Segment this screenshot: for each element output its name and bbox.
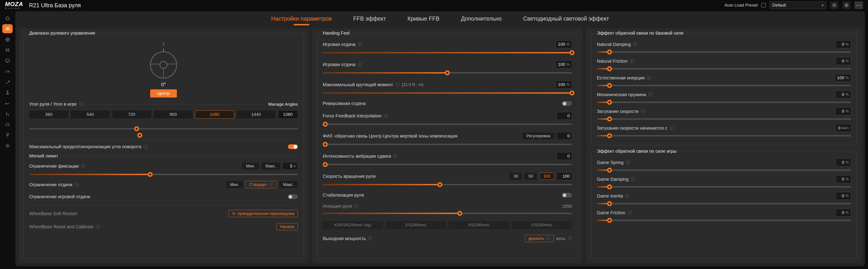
angle-button-900[interactable]: 900 xyxy=(154,111,193,119)
tab-parameter-settings[interactable]: Настройки параметров xyxy=(271,16,332,25)
tab-ffb-curves[interactable]: Кривые FFB xyxy=(407,16,439,25)
sidebar-item-dashboard[interactable] xyxy=(2,67,13,76)
adjust-button[interactable]: Регулировка xyxy=(522,132,554,140)
mechanical-spring-value[interactable]: 0% xyxy=(836,91,851,98)
game-damping-value[interactable]: 0% xyxy=(836,175,851,183)
slider-thumb[interactable] xyxy=(607,184,612,189)
slider-thumb[interactable] xyxy=(457,211,463,216)
sidebar-item-cloud[interactable] xyxy=(2,120,13,129)
deadzone-compensation-slider[interactable] xyxy=(323,144,572,145)
sidebar-item-steering-wheel[interactable] xyxy=(2,35,13,44)
game-friction-value[interactable]: 0% xyxy=(836,209,851,216)
natural-friction-slider[interactable] xyxy=(597,68,851,69)
manage-angles-button[interactable]: Manage Angles xyxy=(268,102,298,107)
info-icon[interactable] xyxy=(393,154,397,158)
slider-thumb[interactable] xyxy=(445,70,450,76)
feedback-min-button[interactable]: Мин. xyxy=(226,181,243,188)
slider-thumb[interactable] xyxy=(607,100,612,105)
slider-track[interactable] xyxy=(29,128,298,129)
inertia-preset-button-1[interactable]: KS/FSR(260mm·1kg) xyxy=(323,221,383,229)
slider-thumb[interactable] xyxy=(323,142,328,147)
game-spring-value[interactable]: 0% xyxy=(836,158,851,166)
info-icon[interactable] xyxy=(641,109,645,113)
game-force-value[interactable]: 100% xyxy=(556,40,572,48)
save-button[interactable] xyxy=(830,1,839,9)
slider-thumb[interactable] xyxy=(569,90,575,96)
angle-button-360[interactable]: 360 xyxy=(29,111,68,119)
angle-range-slider[interactable] xyxy=(29,125,298,139)
game-inertia-slider[interactable] xyxy=(597,203,851,204)
fixation-limit-slider[interactable] xyxy=(29,174,298,175)
speed-damping-slider[interactable] xyxy=(597,118,851,120)
tab-ffb-effect[interactable]: FFB эффект xyxy=(353,16,386,25)
slider-thumb[interactable] xyxy=(607,50,612,55)
speed-damping-value[interactable]: 0% xyxy=(836,108,851,115)
sidebar-item-pedals[interactable] xyxy=(2,46,13,55)
angle-button-540[interactable]: 540 xyxy=(70,111,110,119)
inertia-preset-button-4[interactable]: GS(300mm) xyxy=(512,221,572,229)
game-inertia-value[interactable]: 0% xyxy=(836,192,851,200)
angle-value-box[interactable]: 1080 xyxy=(278,111,298,119)
natural-friction-value[interactable]: 0% xyxy=(836,57,851,65)
slider-thumb[interactable] xyxy=(607,168,612,173)
sidebar-item-shifter[interactable] xyxy=(2,88,13,97)
angle-button-1440[interactable]: 1440 xyxy=(237,111,276,119)
slider-thumb[interactable] xyxy=(607,218,612,223)
slider-thumb[interactable] xyxy=(323,162,328,167)
game-feedback-limit-toggle[interactable] xyxy=(288,195,298,199)
sidebar-item-wheelbase[interactable] xyxy=(2,24,13,33)
inertia-preset-button-3[interactable]: RS(330mm) xyxy=(449,221,509,229)
deadzone-compensation-value[interactable]: 0 xyxy=(557,132,572,140)
slider-thumb[interactable] xyxy=(607,201,612,206)
tab-led-effect[interactable]: Светодиодный световой эффект xyxy=(523,16,609,25)
sidebar-item-settings[interactable] xyxy=(2,141,13,150)
info-icon[interactable] xyxy=(144,145,148,149)
game-damping-slider[interactable] xyxy=(597,186,851,187)
slider-thumb[interactable] xyxy=(607,117,612,122)
info-icon[interactable] xyxy=(628,211,632,215)
natural-inertia-slider[interactable] xyxy=(597,85,851,86)
reset-calibrate-button[interactable]: Начало xyxy=(276,223,298,230)
slider-thumb[interactable] xyxy=(148,172,153,177)
game-friction-slider[interactable] xyxy=(597,220,851,221)
info-icon[interactable] xyxy=(384,114,388,118)
inertia-preset-button-2[interactable]: ES(260mm) xyxy=(386,221,446,229)
sidebar-item-handbrake[interactable] xyxy=(2,78,13,86)
speed-damping-start-value[interactable]: 0км/ч xyxy=(836,124,851,132)
sidebar-item-rig[interactable] xyxy=(2,109,13,118)
slider-thumb[interactable] xyxy=(437,182,442,187)
info-icon[interactable] xyxy=(631,177,635,181)
fixation-max-button[interactable]: Макс. xyxy=(261,162,280,170)
tab-advanced[interactable]: Дополнительно xyxy=(461,16,502,25)
slider-thumb[interactable] xyxy=(607,83,612,88)
slider-thumb[interactable] xyxy=(323,122,328,127)
info-icon[interactable] xyxy=(647,76,651,80)
max-torque-value[interactable]: 100% xyxy=(556,81,572,88)
output-full-option[interactable]: весь xyxy=(556,236,572,241)
slider-thumb-steering[interactable] xyxy=(134,126,139,131)
info-icon[interactable] xyxy=(395,83,399,87)
info-icon[interactable] xyxy=(358,62,362,66)
info-icon[interactable] xyxy=(630,59,634,63)
mechanical-spring-slider[interactable] xyxy=(597,101,851,103)
soft-restart-button[interactable]: ↻ принудительная перезагрузка xyxy=(229,210,298,217)
natural-damping-value[interactable]: 0% xyxy=(836,40,851,48)
sidebar-item-stalk[interactable] xyxy=(2,99,13,108)
preset-dropdown[interactable]: Default xyxy=(769,1,827,9)
shift-vibration-slider[interactable] xyxy=(323,164,572,165)
sidebar-item-accessory[interactable] xyxy=(2,130,13,140)
slider-thumb[interactable] xyxy=(607,66,612,71)
rotation-speed-50-button[interactable]: 50 xyxy=(524,173,537,180)
game-force-value[interactable]: 100% xyxy=(556,61,572,68)
ff-interpolation-slider[interactable] xyxy=(323,123,572,125)
game-force-slider[interactable] xyxy=(323,52,572,53)
slider-thumb[interactable] xyxy=(569,50,575,55)
angle-button-720[interactable]: 720 xyxy=(112,111,151,119)
layout-button[interactable] xyxy=(842,1,851,9)
info-icon[interactable] xyxy=(368,236,372,240)
info-icon[interactable] xyxy=(670,126,674,130)
slider-thumb[interactable] xyxy=(607,133,612,139)
info-icon[interactable] xyxy=(626,160,630,165)
feedback-max-button[interactable]: Макс. xyxy=(279,181,298,188)
natural-inertia-value[interactable]: 100% xyxy=(835,74,851,82)
